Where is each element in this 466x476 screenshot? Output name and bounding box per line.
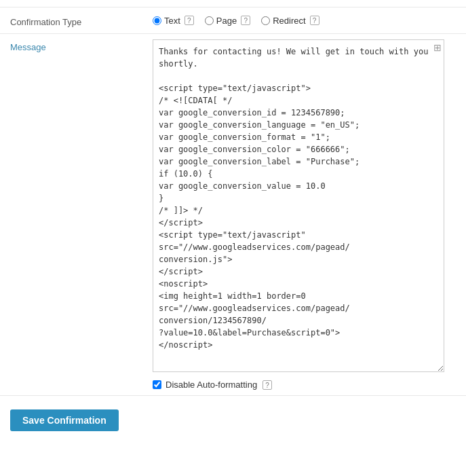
radio-redirect-label: Redirect <box>273 16 305 26</box>
radio-redirect-input[interactable] <box>261 16 270 25</box>
disable-autoformatting-checkbox[interactable] <box>153 380 161 389</box>
disable-autoformatting-row: Disable Auto-formatting ? <box>153 380 456 390</box>
radio-group: Text ? Page ? Redirect ? <box>153 16 456 26</box>
textarea-resize-icon: ⊞ <box>433 42 442 53</box>
radio-text-option[interactable]: Text ? <box>153 16 194 26</box>
page-help-icon[interactable]: ? <box>241 16 250 25</box>
radio-text-label: Text <box>164 16 180 26</box>
save-confirmation-button[interactable]: Save Confirmation <box>10 409 119 431</box>
confirmation-type-row: Confirmation Type Text ? Page ? Redirect… <box>0 7 466 34</box>
autoformatting-help-icon[interactable]: ? <box>263 380 272 390</box>
radio-group-container: Text ? Page ? Redirect ? <box>153 16 456 26</box>
radio-redirect-option[interactable]: Redirect ? <box>261 16 319 26</box>
confirmation-type-label: Confirmation Type <box>10 14 153 27</box>
footer-row: Save Confirmation <box>0 396 466 445</box>
form-container: Confirmation Type Text ? Page ? Redirect… <box>0 0 466 452</box>
radio-page-input[interactable] <box>205 16 214 25</box>
text-help-icon[interactable]: ? <box>185 16 194 25</box>
textarea-wrapper: Thanks for contacting us! We will get in… <box>153 39 444 374</box>
disable-autoformatting-label[interactable]: Disable Auto-formatting <box>166 380 257 390</box>
radio-page-label: Page <box>216 16 237 26</box>
message-content-col: Thanks for contacting us! We will get in… <box>153 39 456 390</box>
message-textarea[interactable]: Thanks for contacting us! We will get in… <box>153 39 444 372</box>
message-row: Message Thanks for contacting us! We wil… <box>0 34 466 396</box>
radio-text-input[interactable] <box>153 16 161 25</box>
redirect-help-icon[interactable]: ? <box>310 16 319 25</box>
radio-page-option[interactable]: Page ? <box>205 16 250 26</box>
message-label: Message <box>10 39 153 52</box>
